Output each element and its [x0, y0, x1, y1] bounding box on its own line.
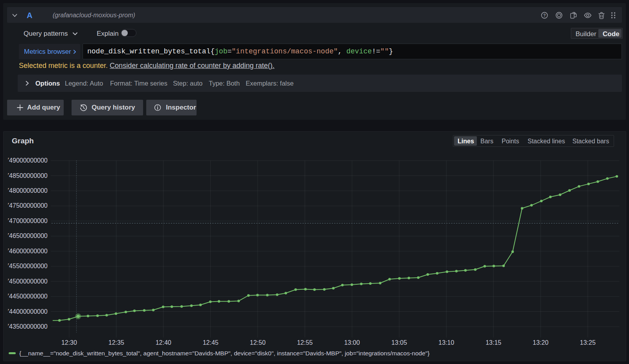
svg-text:748500000000: 748500000000 — [6, 172, 48, 179]
svg-text:746000000000: 746000000000 — [6, 248, 48, 254]
svg-text:747500000000: 747500000000 — [6, 202, 48, 209]
svg-text:13:05: 13:05 — [391, 339, 407, 346]
svg-text:748000000000: 748000000000 — [6, 187, 48, 194]
svg-text:13:15: 13:15 — [486, 339, 501, 346]
svg-text:12:45: 12:45 — [203, 339, 219, 346]
svg-text:12:50: 12:50 — [250, 339, 266, 346]
svg-text:745000000000: 745000000000 — [6, 278, 48, 285]
svg-text:744500000000: 744500000000 — [6, 293, 48, 300]
svg-text:13:25: 13:25 — [580, 339, 596, 346]
svg-text:12:35: 12:35 — [109, 339, 124, 346]
svg-text:?: ? — [543, 13, 546, 18]
svg-text:747000000000: 747000000000 — [6, 218, 48, 224]
svg-text:749000000000: 749000000000 — [6, 157, 48, 164]
svg-text:13:00: 13:00 — [344, 339, 360, 346]
svg-text:744000000000: 744000000000 — [6, 308, 48, 315]
svg-text:12:30: 12:30 — [61, 339, 77, 346]
svg-text:743500000000: 743500000000 — [6, 323, 48, 330]
svg-text:12:55: 12:55 — [297, 339, 313, 346]
svg-text:12:40: 12:40 — [156, 339, 171, 346]
svg-text:746500000000: 746500000000 — [6, 232, 48, 239]
svg-text:13:20: 13:20 — [533, 339, 548, 346]
svg-text:745500000000: 745500000000 — [6, 263, 48, 269]
svg-text:{__name__="node_disk_written_b: {__name__="node_disk_written_bytes_total… — [19, 350, 430, 357]
svg-text:13:10: 13:10 — [438, 339, 454, 346]
